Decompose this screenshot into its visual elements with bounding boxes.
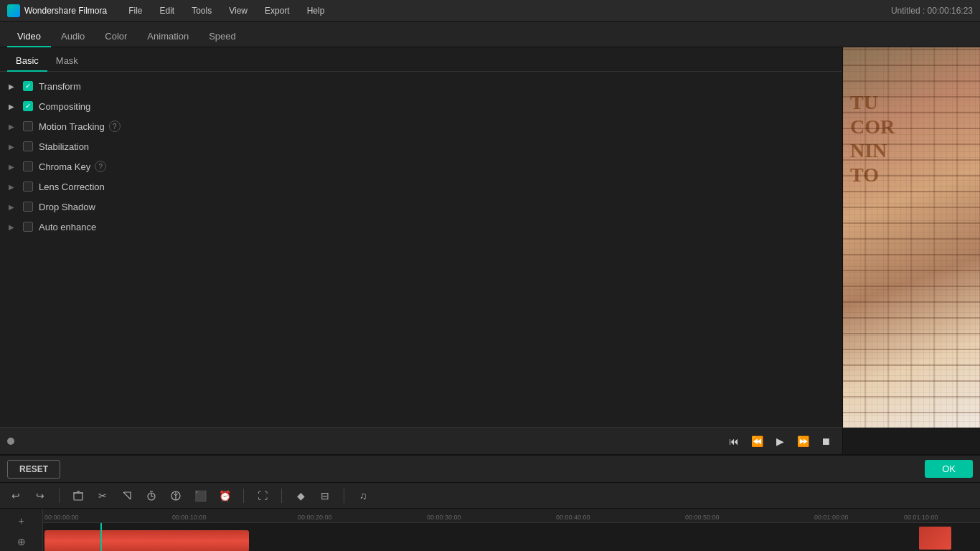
prop-label-stabilization: Stabilization (39, 141, 89, 152)
property-row-motion-tracking[interactable]: ▶ Motion Tracking ? (0, 116, 842, 136)
ruler-mark-1: 00:00:10:00 (172, 514, 207, 521)
action-bar: RESET OK (0, 456, 980, 483)
help-icon-motion-tracking[interactable]: ? (109, 121, 121, 132)
prop-label-compositing: Compositing (39, 101, 90, 112)
undo-button[interactable]: ↩ (7, 487, 24, 504)
menu-export[interactable]: Export (258, 4, 297, 17)
timer2-button[interactable]: ⏰ (216, 487, 233, 504)
ruler-mark-4: 00:00:40:00 (556, 514, 590, 521)
expand-arrow-chroma-key: ▶ (6, 161, 17, 172)
left-panel: Basic Mask ▶ Transform ▶ Compositing (0, 47, 843, 454)
app-logo-icon (7, 4, 20, 17)
delete-button[interactable] (70, 487, 87, 504)
app-name: Wondershare Filmora (24, 6, 107, 16)
expand-arrow-stabilization: ▶ (6, 141, 17, 152)
expand-arrow-transform: ▶ (6, 80, 17, 92)
timeline-main: 00:00:00:00 00:00:10:00 00:00:20:00 00:0… (43, 509, 980, 551)
ruler-mark-3: 00:00:30:00 (427, 514, 461, 521)
timeline-tracks (43, 523, 980, 551)
property-row-transform[interactable]: ▶ Transform (0, 76, 842, 96)
property-list: ▶ Transform ▶ Compositing ▶ Motion Track… (0, 72, 842, 427)
menu-tools[interactable]: Tools (184, 4, 219, 17)
redo-button[interactable]: ↪ (32, 487, 49, 504)
play-button[interactable]: ▶ (771, 432, 789, 451)
prop-label-auto-enhance: Auto enhance (39, 222, 96, 232)
track-clip-1[interactable] (44, 530, 249, 551)
checkbox-chroma-key[interactable] (23, 161, 33, 171)
property-row-chroma-key[interactable]: ▶ Chroma Key ? (0, 156, 842, 176)
subtab-mask[interactable]: Mask (47, 51, 87, 72)
timer-button[interactable] (143, 487, 160, 504)
sub-tab-bar: Basic Mask (0, 47, 842, 72)
checkbox-stabilization[interactable] (23, 141, 33, 151)
tab-audio[interactable]: Audio (51, 27, 95, 47)
ruler-mark-2: 00:00:20:00 (298, 514, 332, 521)
ok-button[interactable]: OK (925, 460, 973, 478)
track-row-1 (43, 523, 980, 551)
audio-button[interactable]: ♫ (354, 487, 372, 504)
diamond-button[interactable]: ◆ (292, 487, 309, 504)
expand-arrow-compositing: ▶ (6, 100, 17, 112)
playback-controls: ⏮ ⏪ ▶ ⏩ ⏹ (725, 432, 835, 451)
timeline-area: + ⊕ 00:00:00:00 00:00:10:00 00:00:20:00 … (0, 509, 980, 551)
menu-file[interactable]: File (121, 4, 149, 17)
content-area: Basic Mask ▶ Transform ▶ Compositing (0, 47, 980, 454)
checkbox-auto-enhance[interactable] (23, 222, 33, 232)
checkbox-drop-shadow[interactable] (23, 202, 33, 212)
main-container: Video Audio Color Animation Speed Basic … (0, 22, 980, 551)
playhead (100, 523, 102, 551)
toolbar-separator-4 (344, 489, 344, 503)
playback-dot (7, 438, 14, 445)
frame-forward-button[interactable]: ⏩ (793, 432, 812, 451)
timeline-magnet[interactable]: ⊕ (11, 533, 32, 552)
menu-view[interactable]: View (222, 4, 255, 17)
bottom-section: RESET OK ↩ ↪ ✂ (0, 454, 980, 551)
checkbox-transform[interactable] (23, 81, 33, 91)
property-row-compositing[interactable]: ▶ Compositing (0, 96, 842, 116)
property-row-drop-shadow[interactable]: ▶ Drop Shadow (0, 197, 842, 217)
frame-back-button[interactable]: ⏪ (748, 432, 766, 451)
timeline-add-track[interactable]: + (11, 512, 32, 530)
menu-help[interactable]: Help (300, 4, 332, 17)
titlebar: Wondershare Filmora File Edit Tools View… (0, 0, 980, 22)
subtab-basic[interactable]: Basic (7, 51, 47, 72)
menu-bar: File Edit Tools View Export Help (121, 4, 891, 17)
tab-speed[interactable]: Speed (199, 27, 246, 47)
tab-animation[interactable]: Animation (137, 27, 199, 47)
property-row-lens-correction[interactable]: ▶ Lens Correction (0, 176, 842, 197)
stop-button[interactable]: ⏹ (816, 432, 835, 451)
ruler-mark-7: 00:01:10:00 (904, 514, 938, 521)
prop-label-lens-correction: Lens Correction (39, 182, 105, 192)
checkbox-motion-tracking[interactable] (23, 121, 33, 131)
preview-image: TUCORNINTO (843, 47, 980, 428)
transform-button[interactable]: ⬛ (192, 487, 209, 504)
prop-label-transform: Transform (39, 81, 81, 92)
freeze-button[interactable] (167, 487, 184, 504)
ruler-mark-0: 00:00:00:00 (44, 514, 79, 521)
expand-button[interactable]: ⛶ (254, 487, 271, 504)
cut-button[interactable]: ✂ (94, 487, 111, 504)
toolbar: ↩ ↪ ✂ (0, 483, 980, 509)
title-info: Untitled : 00:00:16:23 (891, 6, 973, 16)
checkbox-compositing[interactable] (23, 101, 33, 111)
top-tab-bar: Video Audio Color Animation Speed (0, 22, 980, 47)
align-button[interactable]: ⊟ (316, 487, 334, 504)
property-row-stabilization[interactable]: ▶ Stabilization (0, 136, 842, 156)
timeline-ruler: 00:00:00:00 00:00:10:00 00:00:20:00 00:0… (43, 509, 980, 523)
tab-video[interactable]: Video (7, 27, 51, 47)
help-icon-chroma-key[interactable]: ? (95, 161, 106, 172)
property-row-auto-enhance[interactable]: ▶ Auto enhance (0, 217, 842, 237)
right-panel: TUCORNINTO (843, 47, 980, 454)
crop-button[interactable] (118, 487, 136, 504)
app-logo: Wondershare Filmora (7, 4, 107, 17)
tab-color[interactable]: Color (95, 27, 137, 47)
toolbar-separator-2 (243, 489, 244, 503)
step-back-button[interactable]: ⏮ (725, 432, 743, 451)
menu-edit[interactable]: Edit (153, 4, 182, 17)
expand-arrow-drop-shadow: ▶ (6, 201, 17, 212)
reset-button[interactable]: RESET (7, 460, 60, 479)
timeline-thumbnail (919, 527, 951, 550)
checkbox-lens-correction[interactable] (23, 182, 33, 192)
ruler-mark-6: 00:01:00:00 (814, 514, 849, 521)
timeline-sidebar: + ⊕ (0, 509, 43, 551)
